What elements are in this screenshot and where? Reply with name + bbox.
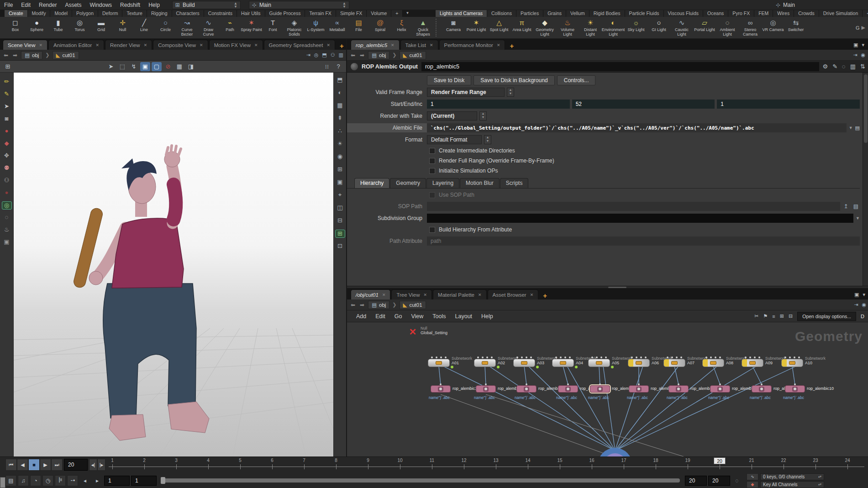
- file-chooser-icon[interactable]: ▤: [855, 125, 860, 131]
- shelf-tool[interactable]: ◆ Geometry Light: [533, 17, 556, 38]
- shelf-tool[interactable]: ◐ Environment Light: [602, 17, 625, 38]
- shelf-tab[interactable]: Create: [5, 10, 28, 17]
- cube-icon[interactable]: ⬒: [322, 52, 326, 58]
- menu-item[interactable]: Help: [144, 2, 164, 8]
- rop-alembic-node[interactable]: rop_alembic6 name")`.abc: [629, 385, 649, 393]
- node-chooser-icon[interactable]: ▤: [852, 203, 860, 210]
- layout-grid-icon[interactable]: ⊞: [3, 62, 13, 71]
- shelf-tool[interactable]: ∿ Caustic Light: [670, 17, 693, 38]
- link-icon[interactable]: ◎: [314, 52, 319, 58]
- param-folder-tab[interactable]: Scripts: [500, 178, 529, 188]
- path-attribute-field[interactable]: path: [427, 236, 860, 246]
- save-to-disk-background-button[interactable]: Save to Disk in Background: [473, 75, 554, 85]
- pane-tab[interactable]: Material Palette✕: [433, 289, 486, 299]
- menu-item[interactable]: Assets: [61, 2, 85, 8]
- menu-item[interactable]: Go: [390, 313, 407, 320]
- shelf-tool[interactable]: ◎ Torus: [69, 17, 90, 38]
- shelf-tool[interactable]: ∞ Stereo Camera: [739, 17, 762, 38]
- lock-icon[interactable]: ◙: [2, 115, 12, 123]
- shelf-tool[interactable]: ▱ Portal Light: [693, 17, 716, 38]
- subnet-node-body[interactable]: [552, 359, 574, 367]
- measure-icon[interactable]: ⌖: [335, 191, 345, 199]
- material-icon[interactable]: ◉: [335, 153, 345, 161]
- back-icon[interactable]: ⬅: [3, 52, 9, 58]
- frame-inc-field[interactable]: 1: [717, 100, 860, 109]
- shelf-tab[interactable]: Characters: [172, 10, 204, 17]
- shelf-tool[interactable]: ☼ Sky Light: [625, 17, 647, 38]
- subnet-node-body[interactable]: [663, 359, 685, 367]
- frame-end-field[interactable]: 52: [572, 100, 715, 109]
- playback-range-end-field[interactable]: 20: [685, 476, 707, 486]
- view-camera-icon[interactable]: ⬒: [335, 76, 345, 84]
- pane-tab[interactable]: /obj/cut01✕: [351, 289, 390, 299]
- shelf-tab[interactable]: Rigid Bodies: [589, 10, 625, 17]
- display-opts-icon[interactable]: ⊟: [335, 217, 345, 225]
- pane-menu-icon[interactable]: ▾: [862, 42, 864, 48]
- active-tool-icon[interactable]: ◎: [2, 201, 12, 210]
- shelf-tool[interactable]: ◙ Camera: [442, 17, 465, 38]
- shelf-tab[interactable]: Modify: [28, 10, 51, 17]
- multi-snap-icon[interactable]: ▦: [174, 62, 184, 71]
- close-tab-icon[interactable]: ✕: [382, 293, 386, 297]
- shelf-tab[interactable]: Particles: [516, 10, 543, 17]
- node-jump-icon[interactable]: ↥: [842, 203, 850, 210]
- subnetwork-node[interactable]: SubnetworkA06: [628, 357, 650, 367]
- brush-select-icon[interactable]: ↯: [129, 62, 139, 71]
- shelf-tool[interactable]: ▬ Grid: [90, 17, 112, 38]
- brush-icon[interactable]: ✎: [832, 63, 837, 70]
- shelf-tool[interactable]: ☀ Distant Light: [579, 17, 602, 38]
- people-icon[interactable]: ⚇: [331, 52, 335, 58]
- play-backward-button[interactable]: ◀: [17, 459, 28, 471]
- shelf-tool[interactable]: ◻ Box: [5, 17, 26, 38]
- shelf-tab[interactable]: Simple FX: [336, 10, 367, 17]
- subnetwork-node[interactable]: SubnetworkA07: [663, 357, 685, 367]
- grid-snap-icon[interactable]: ◨: [186, 62, 196, 71]
- lights-icon[interactable]: ☀: [335, 140, 345, 148]
- rop-alembic-node[interactable]: rop_alembic7 name")`.abc: [668, 385, 689, 393]
- pin-icon[interactable]: ⇥: [306, 52, 310, 58]
- rop-node-body[interactable]: [558, 385, 578, 393]
- global-range-start-field[interactable]: 1: [104, 476, 130, 486]
- use-sop-path-checkbox[interactable]: [429, 192, 435, 198]
- viewset-selector[interactable]: ⊹ Main ▲▼: [249, 1, 349, 9]
- subnetwork-node[interactable]: SubnetworkA03: [513, 357, 535, 367]
- flag-icon[interactable]: ⚑: [763, 313, 768, 319]
- list-icon[interactable]: ≡: [772, 314, 775, 319]
- shelf-tab[interactable]: Wires: [773, 10, 794, 17]
- breadcrumb-node[interactable]: ◣cut01: [53, 51, 79, 59]
- rop-alembic-node[interactable]: rop_alembic4 name")`.abc: [558, 385, 578, 393]
- shelf-tool[interactable]: △ Spot Light: [488, 17, 510, 38]
- controls-button[interactable]: Controls...: [557, 75, 596, 85]
- rop-alembic-node[interactable]: rop_alembic3 name")`.abc: [516, 385, 537, 393]
- normals-icon[interactable]: ⇞: [335, 115, 345, 123]
- no-snap-icon[interactable]: ⊘: [163, 62, 173, 71]
- menu-item[interactable]: Edit: [371, 313, 390, 320]
- subnet-node-body[interactable]: [781, 359, 803, 367]
- timeline-ruler[interactable]: 123456789101112131415161718192021222324: [109, 457, 864, 472]
- menu-item[interactable]: Windows: [85, 2, 116, 8]
- grid-toggle-icon[interactable]: ⊞: [335, 166, 345, 174]
- shelf-tool[interactable]: ▲ Quick Shapes: [412, 17, 434, 38]
- rop-alembic-node[interactable]: rop_alembic8 name")`.abc: [710, 385, 730, 393]
- param-folder-tab[interactable]: Layering: [426, 178, 459, 188]
- shelf-tool[interactable]: ◎ VR Camera: [762, 17, 784, 38]
- next-frame-button[interactable]: |▸: [97, 459, 105, 471]
- forward-icon[interactable]: ➡: [359, 302, 365, 308]
- pane-tab[interactable]: Animation Editor✕: [48, 40, 104, 50]
- shelf-tab[interactable]: Polygon: [72, 10, 98, 17]
- param-folder-tab[interactable]: Hierarchy: [354, 178, 389, 188]
- subnet-node-body[interactable]: [702, 359, 724, 367]
- param-folder-tab[interactable]: Motion Blur: [460, 178, 500, 188]
- shelf-tool[interactable]: ψ L-System: [305, 17, 326, 38]
- alembic-file-field[interactable]: `chs("../Global_Setting/output_folder")`…: [427, 123, 847, 132]
- dark-sphere-icon[interactable]: ●: [2, 189, 12, 197]
- pane-tab[interactable]: Composite View✕: [153, 40, 208, 50]
- rop-node-body[interactable]: [431, 385, 451, 393]
- close-tab-icon[interactable]: ✕: [144, 43, 147, 47]
- subnet-node-body[interactable]: [474, 359, 496, 367]
- display-flag-dot[interactable]: [536, 366, 539, 368]
- display-flag-dot[interactable]: [451, 366, 453, 368]
- shelf-tab[interactable]: FEM: [754, 10, 773, 17]
- shelf-tool[interactable]: ✶ Spray Paint: [241, 17, 262, 38]
- select-objects-icon[interactable]: ▣: [140, 62, 150, 71]
